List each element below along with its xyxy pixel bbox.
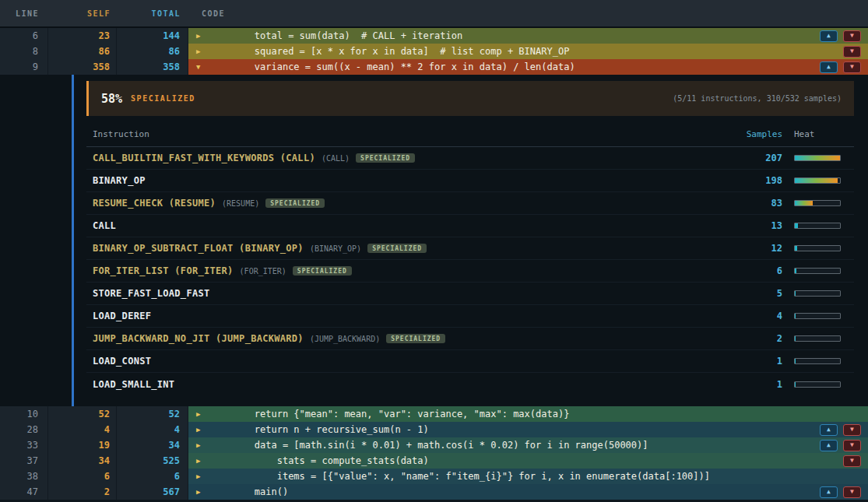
instruction-name-cell: JUMP_BACKWARD_NO_JIT (JUMP_BACKWARD)(JUM… [86,333,728,344]
self-sample-count: 2 [48,484,117,500]
heat-bar-track [794,381,841,388]
scroll-up-button[interactable]: ▲ [820,30,838,42]
instruction-row: CALL_BUILTIN_FAST_WITH_KEYWORDS (CALL)(C… [86,147,854,170]
heat-bar-fill [795,314,796,318]
instruction-row: RESUME_CHECK (RESUME)(RESUME)SPECIALIZED… [86,192,854,215]
expand-caret-icon[interactable]: ▶ [196,32,209,40]
heat-bar-track [794,200,841,206]
instruction-row: FOR_ITER_LIST (FOR_ITER)(FOR_ITER)SPECIA… [86,260,854,283]
heat-bar-fill [795,291,796,296]
heat-bar [782,290,854,297]
sample-count: 198 [728,175,782,186]
instruction-name: CALL [93,220,116,231]
heat-bar-track [794,223,841,229]
code-line-row[interactable]: 623144▶ total = sum(data) # CALL + itera… [0,28,868,44]
instruction-row: CALL13 [86,215,854,237]
self-sample-count: 52 [48,406,117,422]
heat-bar-fill [795,178,838,183]
line-number: 9 [0,59,48,75]
instruction-row: BINARY_OP_SUBTRACT_FLOAT (BINARY_OP)(BIN… [86,237,854,260]
heat-bar [782,155,854,161]
code-line-row[interactable]: 3734525▶ stats = compute_stats(data)▼ [0,453,868,469]
total-sample-count: 6 [117,469,188,484]
sample-count: 1 [728,356,782,367]
heat-bar-track [794,245,841,251]
sample-count: 4 [728,311,782,321]
sample-count: 6 [728,265,782,276]
expand-caret-icon[interactable]: ▼ [196,63,209,71]
instruction-name: RESUME_CHECK (RESUME) [93,198,216,209]
specialized-badge: SPECIALIZED [265,198,325,208]
expand-caret-icon[interactable]: ▶ [196,472,209,480]
code-line-row[interactable]: 331934▶ data = [math.sin(i * 0.01) + mat… [0,437,868,453]
scroll-up-button[interactable]: ▲ [820,61,838,73]
scroll-up-button[interactable]: ▲ [820,486,838,498]
expanded-detail-panel: 58% SPECIALIZED (5/11 instructions, 310/… [72,75,868,406]
expand-caret-icon[interactable]: ▶ [196,47,209,55]
instruction-row: BINARY_OP198 [86,170,854,192]
summary-meta: (5/11 instructions, 310/532 samples) [673,94,842,103]
row-buttons: ▲▼ [820,424,868,436]
expand-caret-icon[interactable]: ▶ [196,426,209,434]
heat-bar [782,358,854,364]
scroll-down-button[interactable]: ▼ [843,486,861,498]
total-sample-count: 86 [117,44,188,59]
code-text: data = [math.sin(i * 0.01) + math.cos(i … [209,440,648,451]
heat-bar [782,177,854,184]
code-cell: ▶ stats = compute_stats(data)▼ [188,453,868,469]
scroll-down-button[interactable]: ▼ [843,30,861,42]
scroll-up-button[interactable]: ▲ [820,424,838,436]
samples-column-header: Samples [728,129,782,139]
instruction-row: LOAD_CONST1 [86,350,854,373]
code-line-row[interactable]: 472567▶ main()▲▼ [0,484,868,500]
heat-bar-track [794,335,841,342]
scroll-down-button[interactable]: ▼ [843,424,861,436]
instruction-name: CALL_BUILTIN_FAST_WITH_KEYWORDS (CALL) [93,153,315,163]
sample-count: 1 [728,379,782,390]
scroll-down-button[interactable]: ▼ [843,61,861,73]
line-column-header: LINE [0,9,48,18]
line-number: 28 [0,422,48,437]
instruction-name-cell: LOAD_DEREF [86,311,728,321]
expand-caret-icon[interactable]: ▶ [196,488,209,496]
code-text: main() [209,486,288,497]
instruction-base-name: (RESUME) [222,199,259,208]
total-sample-count: 567 [117,484,188,500]
instruction-name-cell: BINARY_OP_SUBTRACT_FLOAT (BINARY_OP)(BIN… [86,243,728,254]
total-sample-count: 525 [117,453,188,469]
code-rows-top: 623144▶ total = sum(data) # CALL + itera… [0,28,868,75]
expand-caret-icon[interactable]: ▶ [196,410,209,418]
sample-count: 12 [728,243,782,254]
instruction-row: JUMP_BACKWARD_NO_JIT (JUMP_BACKWARD)(JUM… [86,328,854,350]
instruction-name: BINARY_OP [93,175,146,186]
heat-bar-fill [795,246,797,251]
total-sample-count: 4 [117,422,188,437]
code-line-row[interactable]: 88686▶ squared = [x * x for x in data] #… [0,44,868,59]
scroll-up-button[interactable]: ▲ [820,440,838,451]
expand-caret-icon[interactable]: ▶ [196,441,209,449]
code-cell: ▶ return {"mean": mean, "var": variance,… [188,406,868,422]
code-text: return n + recursive_sum(n - 1) [209,424,429,435]
code-line-row[interactable]: 3866▶ items = [{"value": x, "name": f"it… [0,469,868,484]
sample-count: 2 [728,333,782,344]
code-line-row[interactable]: 105252▶ return {"mean": mean, "var": var… [0,406,868,422]
self-sample-count: 86 [48,44,117,59]
instruction-name: LOAD_SMALL_INT [93,379,174,390]
expand-caret-icon[interactable]: ▶ [196,457,209,465]
scroll-down-button[interactable]: ▼ [843,455,861,467]
code-line-row[interactable]: 2844▶ return n + recursive_sum(n - 1)▲▼ [0,422,868,437]
heat-bar-track [794,155,841,161]
heat-bar-fill [795,269,796,273]
code-column-header: CODE [188,9,868,18]
instruction-row: LOAD_DEREF4 [86,305,854,328]
specialized-badge: SPECIALIZED [367,244,427,253]
instruction-name: STORE_FAST_LOAD_FAST [93,288,210,299]
specialized-label: SPECIALIZED [131,94,195,103]
row-buttons: ▼ [843,46,868,58]
self-sample-count: 23 [48,28,117,44]
scroll-down-button[interactable]: ▼ [843,46,861,58]
code-line-row[interactable]: 9358358▼ variance = sum((x - mean) ** 2 … [0,59,868,75]
code-cell: ▼ variance = sum((x - mean) ** 2 for x i… [188,59,868,75]
code-text: squared = [x * x for x in data] # list c… [209,46,569,57]
scroll-down-button[interactable]: ▼ [843,440,861,451]
